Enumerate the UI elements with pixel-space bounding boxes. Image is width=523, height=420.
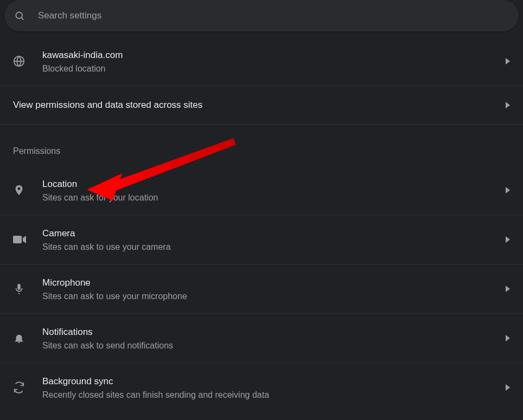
recent-site-status: Blocked location <box>42 64 506 74</box>
search-input[interactable] <box>37 10 509 22</box>
permission-title: Microphone <box>42 276 506 289</box>
permission-location-row[interactable]: Location Sites can ask for your location <box>0 166 523 215</box>
recent-activity-row[interactable]: kawasaki-india.com Blocked location <box>0 37 523 86</box>
view-all-sites-label: View permissions and data stored across … <box>13 99 506 112</box>
permission-subtitle: Sites can ask for your location <box>42 193 506 203</box>
permission-subtitle: Sites can ask to use your camera <box>42 242 506 252</box>
microphone-icon <box>13 283 42 295</box>
svg-rect-3 <box>13 236 22 243</box>
chevron-right-icon <box>506 335 510 341</box>
chevron-right-icon <box>506 384 510 391</box>
chevron-right-icon <box>506 187 510 193</box>
permission-notifications-row[interactable]: Notifications Sites can ask to send noti… <box>0 314 523 363</box>
sync-icon <box>13 382 42 393</box>
camera-icon <box>13 235 42 244</box>
permission-title: Notifications <box>42 326 506 339</box>
chevron-right-icon <box>506 286 510 292</box>
search-icon <box>14 10 25 21</box>
permission-subtitle: Recently closed sites can finish sending… <box>42 390 506 400</box>
permissions-heading: Permissions <box>0 125 523 166</box>
permission-background-sync-row[interactable]: Background sync Recently closed sites ca… <box>0 363 523 412</box>
location-icon <box>13 184 42 196</box>
permission-title: Location <box>42 178 506 191</box>
globe-icon <box>13 55 42 67</box>
permission-subtitle: Sites can ask to send notifications <box>42 341 506 351</box>
permission-camera-row[interactable]: Camera Sites can ask to use your camera <box>0 215 523 264</box>
recent-site-title: kawasaki-india.com <box>42 49 506 62</box>
chevron-right-icon <box>506 102 510 108</box>
chevron-right-icon <box>506 58 510 64</box>
permission-subtitle: Sites can ask to use your microphone <box>42 292 506 301</box>
chevron-right-icon <box>506 236 510 243</box>
svg-point-0 <box>16 12 22 18</box>
permission-microphone-row[interactable]: Microphone Sites can ask to use your mic… <box>0 264 523 314</box>
bell-icon <box>13 332 42 344</box>
permission-title: Camera <box>42 227 506 240</box>
search-bar[interactable] <box>4 0 519 31</box>
permission-title: Background sync <box>42 375 506 388</box>
svg-line-1 <box>22 18 24 20</box>
view-all-sites-row[interactable]: View permissions and data stored across … <box>0 86 523 125</box>
